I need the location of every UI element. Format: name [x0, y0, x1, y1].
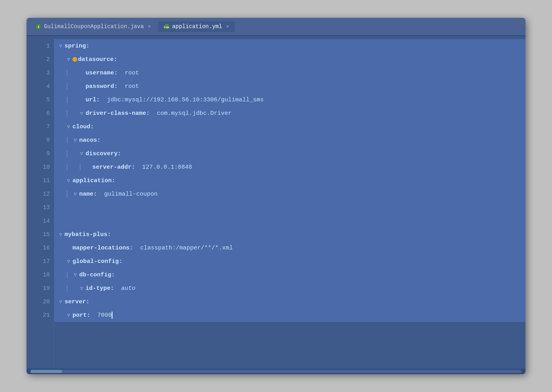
code-line-15: ▽ mybatis-plus:: [54, 228, 525, 241]
line-numbers: 1 2 3 4 5 6 7 8 9 10 11 12 13 14 15 16 1…: [27, 36, 54, 369]
line-num-11: 11: [27, 174, 54, 187]
fold-icon-2[interactable]: ▽: [65, 56, 72, 63]
key-11: application: [72, 177, 112, 184]
val-6: com.mysql.jdbc.Driver: [150, 110, 232, 117]
code-line-8: │ ▽ nacos:: [54, 133, 525, 147]
scrollbar-thumb[interactable]: [30, 370, 62, 373]
fold-icon-17[interactable]: ▽: [65, 258, 72, 265]
code-line-7: ▽ cloud:: [54, 120, 525, 133]
line-num-13: 13: [27, 201, 54, 214]
code-line-5: │ url: jdbc:mysql://192.168.56.10:3306/g…: [54, 93, 525, 107]
fold-icon-8[interactable]: ▽: [72, 137, 78, 143]
line-num-10: 10: [27, 160, 54, 174]
yml-icon: YML: [164, 23, 170, 30]
svg-text:J: J: [38, 25, 40, 29]
key-5: url: [86, 97, 96, 103]
key-21: port: [72, 312, 87, 319]
key-6: driver-class-name: [86, 110, 146, 117]
key-2: datasource: [78, 56, 114, 63]
code-line-14: [54, 214, 525, 228]
code-line-11: ▽ application:: [54, 174, 525, 187]
key-18: db-config: [79, 272, 111, 278]
code-line-20: ▽ server:: [54, 295, 525, 308]
key-3: username: [86, 70, 114, 76]
line-num-19: 19: [27, 282, 54, 295]
fold-icon-12[interactable]: ▽: [72, 191, 78, 197]
key-7: cloud: [72, 124, 90, 130]
code-line-12: │ ▽ name: gulimall-coupon: [54, 187, 525, 201]
code-line-2: ▽ datasource:: [54, 53, 525, 66]
fold-icon-7[interactable]: ▽: [65, 124, 72, 130]
line-num-12: 12: [27, 187, 54, 201]
fold-icon-19[interactable]: ▽: [78, 285, 85, 291]
code-line-16: mapper-locations: classpath:/mapper/**/*…: [54, 241, 525, 255]
fold-icon-18[interactable]: ▽: [72, 272, 78, 278]
editor-body: 1 2 3 4 5 6 7 8 9 10 11 12 13 14 15 16 1…: [27, 36, 525, 369]
val-5: jdbc:mysql://192.168.56.10:3306/gulimall…: [100, 97, 264, 103]
code-area[interactable]: ▽ spring: ▽ datasource: │ username: root: [54, 36, 525, 369]
key-20: server: [65, 299, 86, 305]
tab-java-close[interactable]: ×: [148, 24, 151, 30]
key-16: mapper-locations: [72, 245, 129, 251]
code-line-6: │ ▽ driver-class-name: com.mysql.jdbc.Dr…: [54, 107, 525, 120]
key-9: discovery: [86, 150, 118, 157]
code-line-9: │ ▽ discovery:: [54, 147, 525, 160]
key-15: mybatis-plus: [65, 231, 107, 238]
val-16: classpath:/mapper/**/*.xml: [133, 245, 233, 251]
line-num-21: 21: [27, 308, 54, 322]
line-num-15: 15: [27, 228, 54, 241]
fold-icon-6[interactable]: ▽: [78, 110, 85, 116]
dot-orange-2: [72, 57, 77, 62]
code-line-18: │ ▽ db-config:: [54, 268, 525, 282]
tab-bar: J GulimallCouponApplication.java × YML a…: [27, 18, 525, 36]
fold-icon-1[interactable]: ▽: [57, 43, 64, 49]
line-num-1: 1: [27, 39, 54, 53]
tab-yml[interactable]: YML application.yml ×: [158, 21, 235, 32]
line-num-3: 3: [27, 66, 54, 80]
key-12: name: [79, 191, 93, 198]
code-line-3: │ username: root: [54, 66, 525, 80]
code-line-13: [54, 201, 525, 214]
code-line-17: ▽ global-config:: [54, 255, 525, 268]
val-10: 127.0.0.1:8848: [135, 164, 192, 171]
tab-yml-close[interactable]: ×: [226, 24, 229, 30]
tab-java[interactable]: J GulimallCouponApplication.java ×: [30, 21, 156, 32]
key-17: global-config: [72, 258, 119, 265]
line-num-18: 18: [27, 268, 54, 282]
scrollbar-track: [30, 370, 522, 373]
editor-window: J GulimallCouponApplication.java × YML a…: [27, 18, 525, 374]
key-4: password: [86, 83, 114, 90]
line-num-16: 16: [27, 241, 54, 255]
line-num-8: 8: [27, 133, 54, 147]
key-1: spring: [65, 43, 86, 49]
line-num-6: 6: [27, 107, 54, 120]
line-num-7: 7: [27, 120, 54, 133]
code-line-1: ▽ spring:: [54, 39, 525, 53]
fold-icon-15[interactable]: ▽: [57, 231, 64, 238]
tab-yml-label: application.yml: [172, 23, 222, 30]
key-10: server-addr: [92, 164, 131, 171]
fold-icon-11[interactable]: ▽: [65, 177, 72, 184]
line-num-2: 2: [27, 53, 54, 66]
code-line-4: │ password: root: [54, 80, 525, 93]
key-8: nacos: [79, 137, 97, 144]
svg-text:YML: YML: [164, 26, 170, 29]
val-3: root: [118, 70, 139, 76]
line-num-4: 4: [27, 80, 54, 93]
val-21: 7000: [90, 312, 112, 319]
fold-icon-21[interactable]: ▽: [65, 312, 72, 318]
code-line-10: │ │ server-addr: 127.0.0.1:8848: [54, 160, 525, 174]
fold-icon-20[interactable]: ▽: [57, 299, 64, 305]
code-line-21: ▽ port: 7000: [54, 308, 525, 322]
val-19: auto: [114, 285, 135, 292]
line-num-20: 20: [27, 295, 54, 308]
fold-icon-9[interactable]: ▽: [78, 150, 85, 157]
code-line-19: │ ▽ id-type: auto: [54, 282, 525, 295]
java-icon: J: [35, 23, 42, 30]
scrollbar-bottom[interactable]: [27, 369, 525, 374]
line-num-14: 14: [27, 214, 54, 228]
text-cursor: [112, 312, 112, 319]
val-4: root: [118, 83, 139, 90]
line-num-5: 5: [27, 93, 54, 107]
tab-java-label: GulimallCouponApplication.java: [44, 23, 144, 30]
